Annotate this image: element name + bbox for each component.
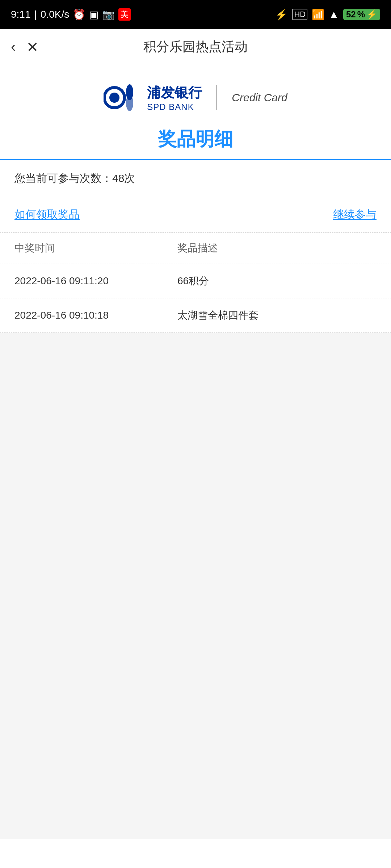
continue-participate-link[interactable]: 继续参与: [333, 207, 377, 222]
spd-bank-logo-icon: [104, 83, 140, 112]
status-network: |: [34, 9, 37, 20]
back-button[interactable]: ‹: [11, 39, 16, 55]
app-icon: 📷: [102, 9, 115, 21]
status-right: ⚡ HD 📶 ▲ 52 % ⚡: [275, 9, 380, 21]
participation-count-row: 您当前可参与次数：48次: [0, 160, 391, 197]
nav-back-buttons[interactable]: ‹ ✕: [11, 39, 39, 55]
charging-icon: ⚡: [366, 9, 377, 20]
credit-card-label: Credit Card: [232, 92, 287, 104]
status-left: 9:11 | 0.0K/s ⏰ ▣ 📷 美: [11, 8, 131, 21]
page-subtitle: 奖品明细: [158, 128, 233, 149]
row-desc-0: 66积分: [177, 274, 377, 288]
table-body: 2022-06-16 09:11:20 66积分 2022-06-16 09:1…: [0, 264, 391, 333]
close-button[interactable]: ✕: [26, 39, 39, 55]
battery-level: 52: [346, 9, 356, 20]
table-row: 2022-06-16 09:11:20 66积分: [0, 264, 391, 298]
signal-icon: 📶: [312, 9, 324, 21]
logo-vertical-divider: [216, 85, 217, 110]
row-time-1: 2022-06-16 09:10:18: [14, 310, 177, 321]
row-time-0: 2022-06-16 09:11:20: [14, 275, 177, 287]
svg-point-1: [109, 93, 119, 103]
meituan-icon: 美: [118, 8, 131, 21]
action-links-row[interactable]: 如何领取奖品 继续参与: [0, 197, 391, 233]
sim-icon: ▣: [89, 9, 98, 21]
table-row: 2022-06-16 09:10:18 太湖雪全棉四件套: [0, 298, 391, 333]
nav-bar: ‹ ✕ 积分乐园热点活动: [0, 29, 391, 65]
status-time: 9:11: [11, 9, 31, 20]
row-desc-1: 太湖雪全棉四件套: [177, 309, 377, 322]
logo-container: 浦发银行 SPD BANK Credit Card: [104, 83, 287, 112]
logo-section: 浦发银行 SPD BANK Credit Card: [0, 65, 391, 123]
bank-name-en: SPD BANK: [147, 102, 194, 112]
bluetooth-icon: ⚡: [275, 9, 288, 21]
main-content: 浦发银行 SPD BANK Credit Card 奖品明细 您当前可参与次数：…: [0, 65, 391, 868]
svg-point-3: [126, 95, 133, 111]
status-bar: 9:11 | 0.0K/s ⏰ ▣ 📷 美 ⚡ HD 📶 ▲ 52 % ⚡: [0, 0, 391, 29]
participation-count-label: 您当前可参与次数：48次: [14, 172, 135, 184]
hd-icon: HD: [292, 9, 307, 20]
header-time-col: 中奖时间: [14, 241, 177, 255]
nav-title: 积分乐园热点活动: [143, 38, 248, 56]
bottom-fill: [0, 333, 391, 839]
wifi-icon: ▲: [329, 9, 339, 20]
header-desc-col: 奖品描述: [177, 241, 377, 255]
table-header: 中奖时间 奖品描述: [0, 233, 391, 264]
status-network-speed: 0.0K/s: [41, 9, 69, 20]
bank-name-cn: 浦发银行: [147, 84, 202, 102]
battery-percent: %: [357, 9, 365, 20]
how-to-get-link[interactable]: 如何领取奖品: [14, 207, 80, 222]
logo-text-block: 浦发银行 SPD BANK: [147, 84, 202, 112]
page-subtitle-section: 奖品明细: [0, 123, 391, 160]
battery-indicator: 52 % ⚡: [343, 9, 380, 20]
alarm-icon: ⏰: [73, 9, 85, 21]
